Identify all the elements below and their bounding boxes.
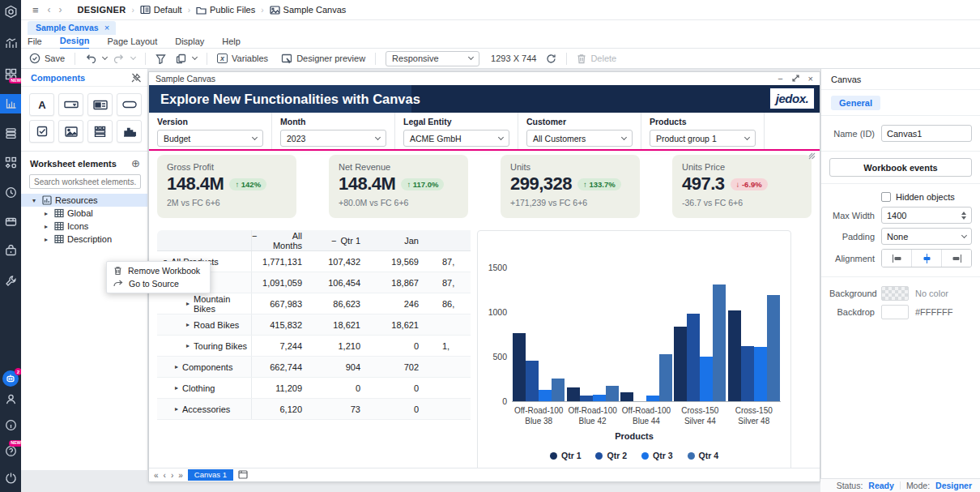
designer-preview-button[interactable]: Designer preview (281, 53, 365, 64)
table-header-cell[interactable]: Jan (369, 236, 427, 246)
component-button[interactable] (117, 93, 142, 116)
next-sheet-icon[interactable]: › (171, 471, 173, 480)
tab-sample-canvas[interactable]: Sample Canvas × (28, 21, 116, 35)
resize-handle-icon[interactable] (808, 152, 816, 160)
filter-select-products[interactable]: Product group 1 (650, 130, 756, 147)
collapse-icon[interactable]: − (252, 231, 257, 250)
expand-icon[interactable]: ▸ (186, 321, 190, 328)
expand-icon[interactable]: ▸ (45, 223, 51, 230)
table-header-cell[interactable]: −All Months (252, 231, 310, 250)
bar-qtr-4[interactable] (713, 285, 726, 401)
table-row-clothing[interactable]: ▸Clothing11,20900 (157, 378, 471, 399)
marketplace-icon[interactable] (0, 242, 21, 260)
table-cell[interactable]: 0 (369, 404, 427, 414)
table-row-accessories[interactable]: ▸Accessories6,120730 (157, 399, 471, 420)
tab-close-icon[interactable]: × (104, 23, 109, 32)
table-cell[interactable]: 87, (427, 257, 471, 267)
copy-button[interactable] (176, 53, 186, 64)
table-cell[interactable]: 1,091,059 (252, 278, 310, 288)
minimize-icon[interactable]: − (778, 75, 782, 83)
responsive-select[interactable]: Responsive (386, 51, 479, 66)
prev-sheet-icon[interactable]: ‹ (164, 471, 166, 480)
table-cell[interactable]: 7,244 (252, 341, 310, 351)
component-combobox[interactable] (58, 93, 83, 116)
hamburger-menu-icon[interactable]: ≡ (32, 4, 39, 16)
name-id-input[interactable]: Canvas1 (881, 125, 972, 142)
collapse-icon[interactable]: ▾ (32, 197, 39, 204)
component-checkbox[interactable] (29, 120, 54, 143)
filter-select-legal-entity[interactable]: ACME GmbH (403, 130, 509, 147)
undo-dropdown-icon[interactable] (102, 54, 108, 60)
table-cell[interactable]: 246 (369, 299, 427, 309)
align-left-button[interactable] (882, 250, 912, 267)
expand-icon[interactable]: ▸ (186, 342, 190, 349)
table-cell[interactable]: 702 (369, 362, 427, 372)
bar-qtr-3[interactable] (700, 357, 713, 401)
tab-general[interactable]: General (831, 96, 880, 110)
logout-icon[interactable] (0, 468, 21, 487)
undo-button[interactable] (85, 53, 96, 63)
workbook-events-button[interactable]: Workbook events (829, 158, 972, 177)
breadcrumb-item-public-files[interactable]: Public Files (196, 5, 255, 15)
expand-icon[interactable]: ▸ (175, 405, 178, 413)
table-cell[interactable]: 6,120 (252, 404, 310, 414)
jedox-logo-image[interactable]: jedox. (769, 88, 815, 109)
table-row-touring-bikes[interactable]: ▸Touring Bikes7,2441,21001, (157, 336, 471, 357)
redo-button[interactable] (113, 53, 125, 63)
bar-qtr-3[interactable] (593, 395, 606, 401)
last-sheet-icon[interactable]: » (178, 471, 183, 480)
bar-qtr-3[interactable] (646, 396, 659, 401)
ai-assistant-icon[interactable]: 2 (0, 369, 21, 387)
back-arrow-icon[interactable]: ‹ (48, 4, 51, 15)
table-cell[interactable]: 0 (369, 341, 427, 351)
table-cell[interactable]: 106,454 (310, 278, 369, 288)
tree-item-icons[interactable]: ▸Icons (21, 220, 147, 233)
component-text[interactable]: A (29, 93, 54, 116)
bar-qtr-2[interactable] (687, 314, 700, 401)
bar-qtr-1[interactable] (513, 333, 526, 401)
table-cell[interactable]: 18,621 (310, 320, 369, 330)
legend-item-qtr-2[interactable]: Qtr 2 (595, 451, 627, 460)
legend-item-qtr-3[interactable]: Qtr 3 (641, 451, 673, 460)
modeler-icon[interactable] (0, 153, 21, 172)
backdrop-swatch[interactable] (881, 305, 909, 319)
filter-select-version[interactable]: Budget (157, 130, 263, 147)
table-row-mountain-bikes[interactable]: ▸Mountain Bikes667,98386,62324686, (157, 293, 471, 314)
tree-item-resources[interactable]: ▾Resources (21, 194, 147, 207)
bar-qtr-4[interactable] (552, 379, 565, 401)
apps-icon[interactable]: NEW (0, 65, 21, 83)
menu-help[interactable]: Help (222, 35, 241, 49)
jedox-logo-icon[interactable] (0, 2, 21, 21)
expand-icon[interactable]: ▸ (186, 300, 190, 307)
table-cell[interactable]: 73 (310, 404, 369, 414)
hidden-objects-checkbox[interactable] (881, 192, 891, 202)
menu-display[interactable]: Display (175, 35, 204, 49)
unpin-icon[interactable] (131, 73, 141, 83)
new-sheet-icon[interactable] (238, 470, 248, 481)
filter-select-month[interactable]: 2023 (280, 130, 386, 147)
variables-button[interactable]: x Variables (217, 53, 268, 63)
max-width-stepper[interactable] (961, 212, 966, 220)
bar-qtr-4[interactable] (659, 354, 672, 401)
table-cell[interactable]: 415,832 (252, 320, 310, 330)
bar-qtr-4[interactable] (606, 386, 619, 401)
bar-qtr-3[interactable] (539, 390, 552, 401)
info-icon[interactable] (0, 416, 21, 434)
delete-button[interactable]: Delete (577, 53, 616, 64)
help-icon[interactable]: NEW (0, 442, 21, 460)
tree-item-global[interactable]: ▸Global (21, 207, 147, 220)
table-cell[interactable]: 1,771,131 (252, 257, 310, 267)
bar-qtr-1[interactable] (620, 392, 633, 401)
bar-qtr-4[interactable] (767, 295, 780, 401)
table-row-road-bikes[interactable]: ▸Road Bikes415,83218,62118,621 (157, 314, 471, 336)
integrator-icon[interactable] (0, 212, 21, 231)
table-cell[interactable]: 19,569 (369, 257, 427, 267)
expand-icon[interactable]: ▸ (175, 384, 178, 391)
table-header-cell[interactable]: −Qtr 1 (310, 236, 369, 246)
table-cell[interactable]: 87, (427, 278, 471, 288)
table-cell[interactable]: 1, (427, 341, 471, 351)
menu-file[interactable]: File (28, 35, 42, 49)
console-icon[interactable] (0, 272, 21, 290)
component-image[interactable] (58, 120, 83, 143)
table-cell[interactable]: 667,983 (252, 299, 310, 309)
